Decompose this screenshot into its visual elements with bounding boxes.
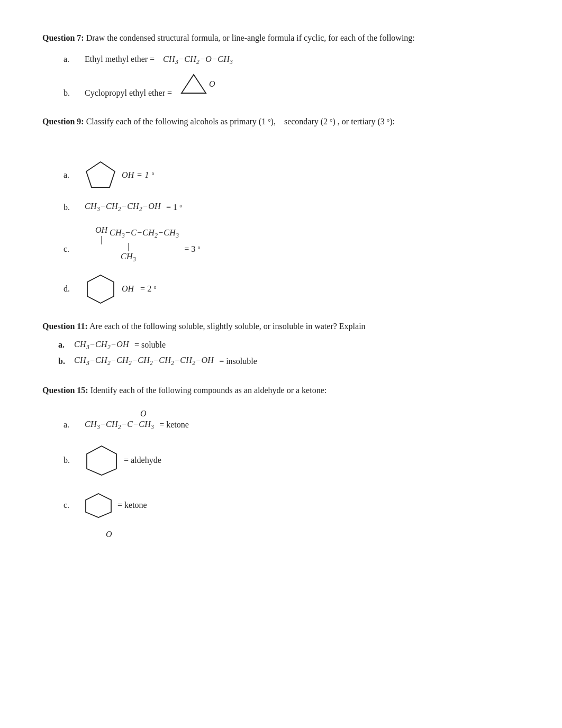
ketone-ring-icon: [85, 492, 112, 518]
q9-a-formula: OH = 1 °: [122, 169, 155, 181]
q11-b-formula: CH3−CH2−CH2−CH2−CH2−CH2−OH: [74, 354, 214, 368]
q9-c-chain: CH3−C−CH2−CH3: [110, 226, 179, 240]
q9-c-letter: c.: [64, 243, 85, 256]
q15-a-letter: a.: [64, 418, 85, 431]
q15-c-ring: [85, 492, 112, 518]
svg-marker-2: [87, 275, 114, 303]
q15-item-c: c. = ketone: [64, 492, 520, 518]
q15-c-o-below: O: [106, 528, 520, 541]
q11-a-answer: = soluble: [134, 339, 166, 351]
q15-a-formula: CH3−CH2−C−CH3: [85, 418, 154, 432]
hexagon-ring-icon: [85, 274, 116, 304]
q15-c-letter: c.: [64, 499, 85, 512]
svg-marker-4: [86, 494, 111, 517]
q11-items: a. CH3−CH2−OH = soluble b. CH3−CH2−CH2−C…: [42, 338, 520, 368]
cyclopropyl-triangle-icon: [180, 72, 207, 96]
question-15-block: Question 15: Identify each of the follow…: [42, 384, 520, 541]
q9-d-oh: OH: [122, 283, 134, 295]
q11-item-b: b. CH3−CH2−CH2−CH2−CH2−CH2−OH = insolubl…: [58, 354, 520, 368]
q11-b-answer: = insoluble: [219, 355, 257, 368]
question-9-text: Question 9: Classify each of the followi…: [42, 115, 520, 128]
q11-body: Are each of the following soluble, sligh…: [89, 322, 366, 331]
q7-item-b: b. Cyclopropyl ethyl ether = O: [64, 72, 520, 99]
q9-b-formula: CH3−CH2−CH2−OH: [85, 200, 161, 214]
question-11-block: Question 11: Are each of the following s…: [42, 320, 520, 368]
q11-a-formula: CH3−CH2−OH: [74, 338, 129, 352]
q15-c-answer: = ketone: [117, 499, 147, 512]
q9-c-formula-block: OH | CH3−C−CH2−CH3 | CH3: [95, 224, 179, 264]
q9-d-ring: [85, 274, 116, 304]
q9-c-bond-v1: |: [100, 236, 102, 243]
q9-c-bond-v2: |: [127, 243, 129, 250]
q9-body: Classify each of the following alcohols …: [86, 117, 395, 126]
aldehyde-ring-icon: [85, 444, 119, 476]
q11-label: Question 11:: [42, 322, 88, 331]
q9-item-d: d. OH = 2 °: [64, 274, 520, 304]
q15-item-a: a. CH3−CH2−C−CH3 = ketone: [64, 418, 520, 432]
svg-marker-0: [182, 75, 206, 93]
q9-item-a: a. OH = 1 °: [64, 160, 520, 190]
q15-body: Identify each of the following compounds…: [90, 386, 327, 395]
q7-item-a: a. Ethyl methyl ether = CH3−CH2−O−CH3: [64, 53, 520, 67]
q7-a-formula: CH3−CH2−O−CH3: [163, 53, 233, 67]
q11-item-a: a. CH3−CH2−OH = soluble: [58, 338, 520, 352]
q15-item-a-block: O a. CH3−CH2−C−CH3 = ketone: [64, 407, 520, 432]
cyclopropyl-ring-diagram: O: [180, 72, 215, 96]
q7-label: Question 7:: [42, 33, 84, 42]
q15-b-ring: [85, 444, 119, 476]
q9-item-b: b. CH3−CH2−CH2−OH = 1 °: [64, 200, 520, 214]
q9-label: Question 9:: [42, 117, 84, 126]
q11-a-letter: a.: [58, 339, 74, 351]
q9-d-letter: d.: [64, 283, 85, 295]
q15-a-answer: = ketone: [159, 418, 189, 431]
question-7-block: Question 7: Draw the condensed structura…: [42, 32, 520, 99]
q9-item-c: c. OH | CH3−C−CH2−CH3 | CH3 =: [64, 224, 520, 264]
svg-marker-3: [87, 446, 116, 475]
q9-a-letter: a.: [64, 169, 85, 181]
q15-item-b: b. = aldehyde: [64, 444, 520, 476]
pentagon-ring-icon: [85, 160, 116, 190]
q9-c-answer: = 3 °: [184, 243, 200, 256]
q9-b-answer: = 1 °: [166, 201, 182, 214]
q7-a-prefix: Ethyl methyl ether =: [85, 53, 155, 66]
q7-b-o: O: [209, 78, 215, 90]
q9-b-letter: b.: [64, 201, 85, 214]
q11-b-letter: b.: [58, 355, 74, 368]
svg-marker-1: [86, 162, 115, 187]
q15-b-letter: b.: [64, 454, 85, 467]
question-7-text: Question 7: Draw the condensed structura…: [42, 32, 520, 44]
q7-a-letter: a.: [64, 53, 85, 66]
question-9-block: Question 9: Classify each of the followi…: [42, 115, 520, 304]
q15-b-answer: = aldehyde: [124, 454, 161, 467]
q9-c-ch3-bottom: CH3: [121, 250, 136, 264]
q9-a-ring: [85, 160, 116, 190]
q7-b-prefix: Cyclopropyl ethyl ether =: [85, 87, 172, 99]
q7-b-letter: b.: [64, 87, 85, 99]
q15-label: Question 15:: [42, 386, 88, 395]
q9-d-answer: = 2 °: [140, 283, 156, 295]
q7-body: Draw the condensed structural formula, o…: [86, 33, 415, 42]
question-15-text: Question 15: Identify each of the follow…: [42, 384, 520, 397]
question-11-text: Question 11: Are each of the following s…: [42, 320, 520, 333]
